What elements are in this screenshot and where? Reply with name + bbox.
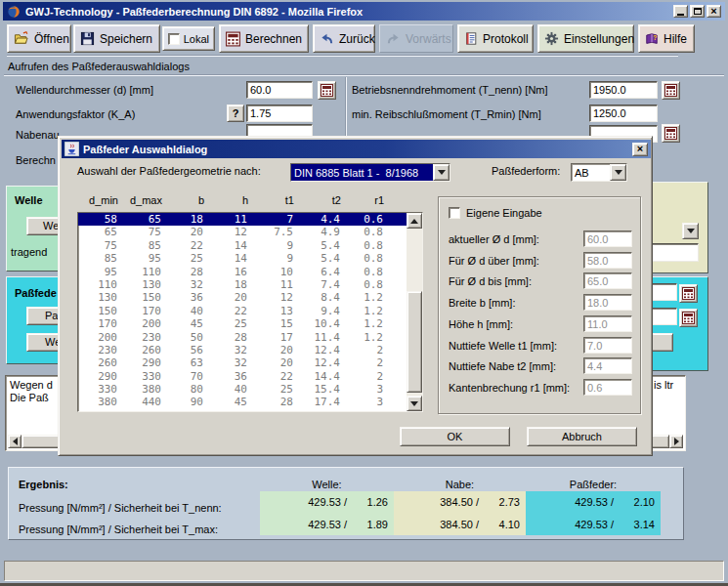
hub-dropdown-button[interactable] — [682, 223, 699, 239]
calculate-button-label: Berechnen — [245, 32, 302, 46]
save-button-label: Speichern — [100, 32, 152, 46]
scroll-left-icon — [13, 438, 18, 445]
open-button[interactable]: Öffnen — [7, 24, 71, 53]
close-icon: × — [637, 144, 643, 154]
key-form-combobox[interactable]: AB — [571, 163, 627, 182]
log-button[interactable]: Protokoll — [457, 24, 534, 53]
shaft-diameter-input[interactable]: 60.0 — [246, 81, 313, 99]
local-checkbox[interactable] — [168, 33, 180, 45]
table-cell: 150 — [117, 291, 161, 304]
minimize-icon — [677, 14, 684, 16]
custom-input-checkbox[interactable] — [449, 207, 460, 219]
application-factor-help-button[interactable]: ? — [227, 105, 244, 122]
maximize-button[interactable] — [690, 5, 705, 18]
table-row[interactable]: 29033070362214.42 — [78, 370, 407, 383]
table-cell: 22 — [161, 239, 203, 252]
listbox-scrollbar[interactable] — [407, 213, 422, 411]
key-calc-button-2[interactable] — [679, 309, 698, 327]
calculate-button[interactable]: Berechnen — [219, 24, 309, 53]
table-cell: 200 — [78, 331, 117, 344]
minimize-button[interactable] — [673, 5, 688, 18]
table-row[interactable]: 8595251495.40.8 — [78, 252, 407, 265]
results-row1-label: Pressung [N/mm²] / Sicherheit bei T_nenn… — [19, 502, 222, 514]
table-cell: 13 — [247, 305, 293, 317]
table-row[interactable]: 20023050281711.41.2 — [78, 331, 407, 344]
hub-torque-calc-button[interactable] — [662, 124, 680, 143]
scroll-right-button[interactable] — [669, 435, 683, 448]
table-row[interactable]: 1501704022139.41.2 — [78, 305, 407, 317]
nominal-torque-calc-button[interactable] — [662, 81, 680, 100]
column-header: h — [204, 194, 248, 206]
table-row[interactable]: 26029063322012.42 — [78, 356, 407, 369]
table-row[interactable]: 23026056322012.42 — [78, 344, 407, 356]
application-factor-label: Anwendungsfaktor (K_A) — [16, 108, 135, 120]
table-cell: 75 — [117, 226, 161, 238]
table-cell: 2 — [340, 370, 383, 383]
table-cell: 7 — [247, 213, 293, 226]
scroll-down-button[interactable] — [407, 396, 422, 411]
table-row[interactable]: 17020045251510.41.2 — [78, 317, 407, 330]
custom-input-checkbox-row[interactable]: Eigene Eingabe — [449, 207, 542, 219]
table-row[interactable]: 5865181174.40.6 — [78, 213, 407, 226]
save-button[interactable]: Speichern — [73, 24, 160, 53]
table-cell: 290 — [78, 370, 117, 383]
table-cell: 10 — [247, 266, 293, 278]
table-cell: 8.4 — [293, 291, 340, 304]
table-cell: 440 — [117, 396, 161, 408]
geometry-combobox[interactable]: DIN 6885 Blatt 1 - 8/1968 — [290, 163, 450, 182]
local-checkbox-group[interactable]: Lokal — [162, 26, 215, 51]
key-calc-button-1[interactable] — [679, 284, 698, 303]
table-cell: 230 — [117, 331, 161, 344]
table-cell: 4.4 — [293, 213, 340, 226]
geometry-listbox[interactable]: 5865181174.40.6657520127.54.90.875852214… — [77, 212, 423, 412]
nominal-torque-input[interactable]: 1950.0 — [589, 81, 658, 99]
table-cell: 200 — [117, 317, 161, 330]
key-form-combobox-arrow[interactable] — [610, 164, 626, 181]
table-cell: 11 — [203, 213, 247, 226]
table-cell: 2 — [340, 344, 383, 356]
table-cell: 14 — [203, 252, 247, 265]
scroll-up-button[interactable] — [407, 213, 422, 229]
close-icon: × — [710, 6, 716, 17]
custom-field-input: 18.0 — [583, 294, 632, 311]
table-row[interactable]: 7585221495.40.8 — [78, 239, 407, 252]
calculator-icon — [664, 127, 677, 140]
window-titlebar[interactable]: GWJ-Technology - Paßfederberechnung DIN … — [3, 2, 725, 21]
table-row[interactable]: 1301503620128.41.2 — [78, 291, 407, 304]
friction-torque-input[interactable]: 1250.0 — [589, 105, 658, 122]
table-cell: 9.4 — [293, 305, 340, 317]
scroll-left-button[interactable] — [8, 435, 21, 448]
column-header: t1 — [248, 194, 294, 206]
cancel-button[interactable]: Abbruch — [527, 427, 637, 446]
custom-field-label: Höhe h [mm]: — [449, 318, 513, 330]
table-cell: 65 — [117, 213, 161, 226]
geometry-combobox-arrow[interactable] — [433, 164, 450, 181]
table-cell: 95 — [78, 266, 117, 278]
back-button[interactable]: Zurück — [313, 24, 375, 53]
shaft-diameter-calc-button[interactable] — [318, 81, 336, 100]
table-cell: 18 — [203, 278, 247, 291]
help-button[interactable]: ? Hilfe — [638, 24, 695, 53]
table-cell: 28 — [247, 396, 293, 408]
dialog-close-button[interactable]: × — [632, 143, 648, 156]
table-row[interactable]: 38044090452817.43 — [78, 396, 407, 408]
close-button[interactable]: × — [707, 5, 721, 18]
chevron-down-icon — [438, 170, 446, 175]
application-factor-input[interactable]: 1.75 — [246, 105, 313, 122]
scrollbar-thumb[interactable] — [407, 291, 422, 393]
geometry-table-body: 5865181174.40.6657520127.54.90.875852214… — [78, 213, 407, 411]
dialog-titlebar[interactable]: Paßfeder Auswahldialog × — [62, 140, 651, 158]
table-row[interactable]: 33038080402515.43 — [78, 383, 407, 396]
settings-button[interactable]: Einstellungen — [537, 24, 634, 53]
key-tmax-pressure: 429.53 / — [575, 519, 614, 530]
ok-button[interactable]: OK — [400, 427, 510, 446]
table-row[interactable]: 951102816106.40.8 — [78, 266, 407, 278]
custom-field-label: Für Ø d bis [mm]: — [449, 275, 532, 287]
shaft-section-title: Welle — [15, 194, 43, 206]
key-tnenn-pressure: 429.53 / — [575, 496, 614, 508]
table-cell: 10.4 — [293, 317, 340, 330]
table-cell: 17 — [247, 331, 293, 344]
table-row[interactable]: 1101303218117.40.8 — [78, 278, 407, 291]
table-row[interactable]: 657520127.54.90.8 — [78, 226, 407, 238]
back-button-label: Zurück — [339, 32, 375, 46]
